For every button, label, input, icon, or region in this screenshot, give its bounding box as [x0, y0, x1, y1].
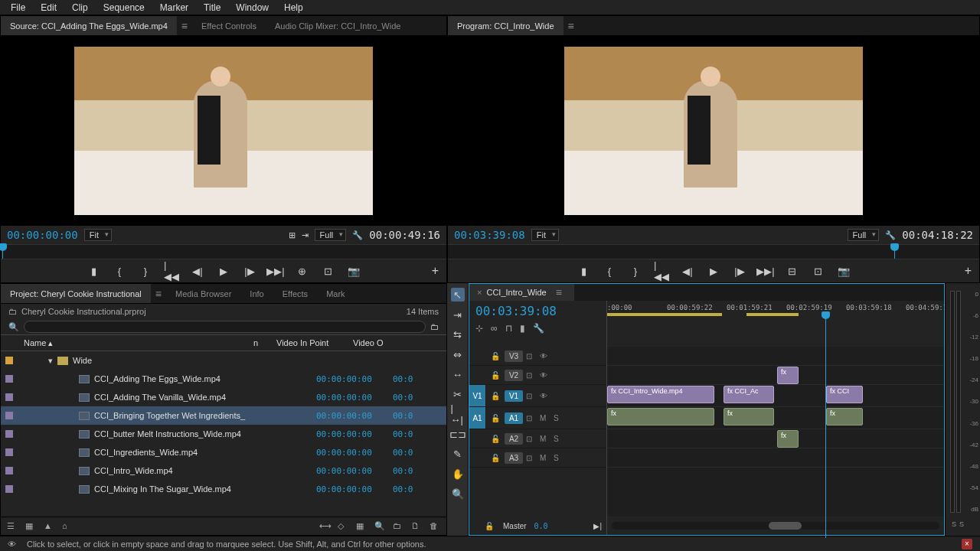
track-lane-a2[interactable]: [607, 429, 944, 448]
export-frame-icon[interactable]: 📷: [348, 265, 360, 277]
play-icon[interactable]: ▶: [217, 265, 230, 277]
notification-close-icon[interactable]: ×: [962, 539, 972, 549]
mark-out-icon[interactable]: {: [603, 265, 616, 277]
sync-lock-icon[interactable]: ⊡: [526, 454, 537, 462]
track-header-a2[interactable]: 🔓A2⊡MS: [469, 429, 606, 448]
lock-icon[interactable]: 🔓: [491, 454, 501, 462]
step-back-icon[interactable]: ◀|: [681, 265, 694, 277]
timeline-clip[interactable]: fx CCI_Intro_Wide.mp4: [607, 386, 714, 403]
folder-row[interactable]: ▾ Wide: [1, 351, 446, 370]
track-header-v2[interactable]: 🔓V2⊡👁: [469, 366, 606, 385]
go-in-icon[interactable]: |◀◀: [655, 265, 668, 277]
program-tc-in[interactable]: 00:03:39:08: [454, 229, 525, 241]
track-target[interactable]: V1: [505, 390, 523, 402]
col-out[interactable]: Video O: [353, 338, 384, 347]
wrench-icon[interactable]: 🔧: [885, 230, 896, 240]
step-fwd-icon[interactable]: |▶: [243, 265, 256, 277]
tab-audio-mixer[interactable]: Audio Clip Mixer: CCI_Intro_Wide: [266, 16, 410, 35]
label-chip[interactable]: [5, 467, 13, 474]
mark-out-icon[interactable]: {: [113, 265, 126, 277]
col-n[interactable]: n: [253, 338, 276, 347]
clip-row[interactable]: CCI_Mixing In The Sugar_Wide.mp4 00:00:0…: [1, 480, 446, 498]
insert-icon[interactable]: ⇥: [302, 230, 309, 240]
track-lane-v3[interactable]: [607, 347, 944, 366]
search-icon[interactable]: 🔍: [8, 322, 19, 332]
timeline-clip[interactable]: fx CCI: [826, 386, 863, 403]
track-target[interactable]: A3: [505, 452, 523, 464]
lock-icon[interactable]: 🔓: [491, 392, 501, 400]
razor-tool-icon[interactable]: ✂: [451, 387, 465, 401]
track-area[interactable]: fxfx CCI_Intro_Wide.mp4fx CCI_Acfx CCIfx…: [607, 347, 944, 517]
track-target[interactable]: V3: [505, 350, 523, 362]
pen-tool-icon[interactable]: ✎: [451, 447, 465, 461]
label-chip[interactable]: [5, 485, 13, 493]
clip-row[interactable]: CCI_Adding The Eggs_Wide.mp4 00:00:00:00…: [1, 370, 446, 388]
solo-icon[interactable]: S: [554, 435, 564, 443]
go-out-icon[interactable]: ▶▶|: [760, 265, 772, 277]
label-chip[interactable]: [5, 375, 13, 383]
track-header-v3[interactable]: 🔓V3⊡👁: [469, 347, 606, 366]
clip-row[interactable]: CCI_Adding The Vanilla_Wide.mp4 00:00:00…: [1, 388, 446, 406]
program-res-dropdown[interactable]: Full: [848, 229, 880, 241]
sync-lock-icon[interactable]: ⊡: [526, 414, 537, 422]
track-header-a3[interactable]: 🔓A3⊡MS: [469, 448, 606, 468]
label-chip[interactable]: [5, 412, 13, 419]
play-icon[interactable]: ▶: [707, 265, 720, 277]
menu-edit[interactable]: Edit: [33, 2, 64, 13]
work-area[interactable]: [607, 313, 722, 316]
track-target[interactable]: A2: [505, 433, 523, 445]
menu-title[interactable]: Title: [196, 2, 228, 13]
link-icon[interactable]: ∞: [491, 323, 498, 334]
new-item-icon[interactable]: ▦: [356, 521, 367, 532]
source-tc-in[interactable]: 00:00:00:00: [7, 229, 78, 241]
mute-icon[interactable]: M: [540, 414, 550, 422]
step-fwd-icon[interactable]: |▶: [733, 265, 746, 277]
selection-tool-icon[interactable]: ↖: [451, 288, 465, 302]
wrench-icon[interactable]: 🔧: [533, 323, 544, 334]
mute-icon[interactable]: M: [540, 435, 550, 443]
tab-menu-icon[interactable]: ≡: [151, 288, 166, 300]
menu-file[interactable]: File: [3, 2, 33, 13]
go-out-icon[interactable]: ▶▶|: [270, 265, 282, 277]
tab-menu-icon[interactable]: ≡: [177, 20, 192, 32]
new-icon[interactable]: 🗋: [411, 521, 422, 532]
eye-icon[interactable]: 👁: [540, 352, 550, 360]
master-value[interactable]: 0.0: [534, 522, 548, 530]
lock-icon[interactable]: 🔓: [491, 414, 501, 422]
tab-markers[interactable]: Mark: [317, 284, 354, 303]
col-name[interactable]: Name ▴: [24, 338, 253, 348]
sort-icon[interactable]: ⌂: [62, 521, 73, 532]
label-chip[interactable]: [5, 448, 13, 456]
list-view-icon[interactable]: ☰: [7, 521, 18, 532]
timeline-clip[interactable]: fx CCI_Ac: [724, 386, 774, 403]
settings-icon[interactable]: ⊞: [289, 230, 296, 240]
clip-row[interactable]: CCI_butter Melt Instructions_Wide.mp4 00…: [1, 425, 446, 443]
twisty-icon[interactable]: ▾: [48, 356, 57, 366]
track-target[interactable]: A1: [505, 412, 523, 424]
timeline-clip[interactable]: fx: [777, 367, 799, 384]
freeform-icon[interactable]: ▲: [44, 521, 54, 532]
lock-icon[interactable]: 🔓: [491, 352, 501, 360]
sync-lock-icon[interactable]: ⊡: [526, 352, 537, 360]
label-chip[interactable]: [5, 393, 13, 401]
tab-effect-controls[interactable]: Effect Controls: [192, 16, 266, 35]
clip-row[interactable]: CCI_Bringing Together Wet Ingredients_ 0…: [1, 406, 446, 425]
sync-lock-icon[interactable]: ⊡: [526, 435, 537, 443]
extract-icon[interactable]: ⊡: [812, 265, 824, 277]
lock-icon[interactable]: 🔓: [491, 435, 501, 443]
find-icon[interactable]: ◇: [338, 521, 348, 532]
solo-icon[interactable]: S: [554, 414, 564, 422]
clip-row[interactable]: CCI_Intro_Wide.mp4 00:00:00:00 00:0: [1, 461, 446, 480]
add-button-icon[interactable]: +: [965, 264, 972, 278]
zoom-tool-icon[interactable]: 🔍: [451, 487, 465, 500]
export-frame-icon[interactable]: 📷: [838, 265, 850, 277]
solo-left[interactable]: S: [952, 520, 956, 528]
sync-lock-icon[interactable]: ⊡: [526, 371, 537, 380]
timeline-ruler[interactable]: :00:0000:00:59:2200:01:59:2100:02:59:190…: [607, 301, 944, 347]
timeline-scrollbar[interactable]: [612, 522, 939, 530]
snap-icon[interactable]: ⊹: [475, 323, 483, 334]
col-in[interactable]: Video In Point: [276, 338, 353, 347]
go-in-icon[interactable]: |◀◀: [165, 265, 178, 277]
trash-icon[interactable]: 🗑: [430, 521, 440, 532]
program-zoom-dropdown[interactable]: Fit: [531, 229, 559, 241]
